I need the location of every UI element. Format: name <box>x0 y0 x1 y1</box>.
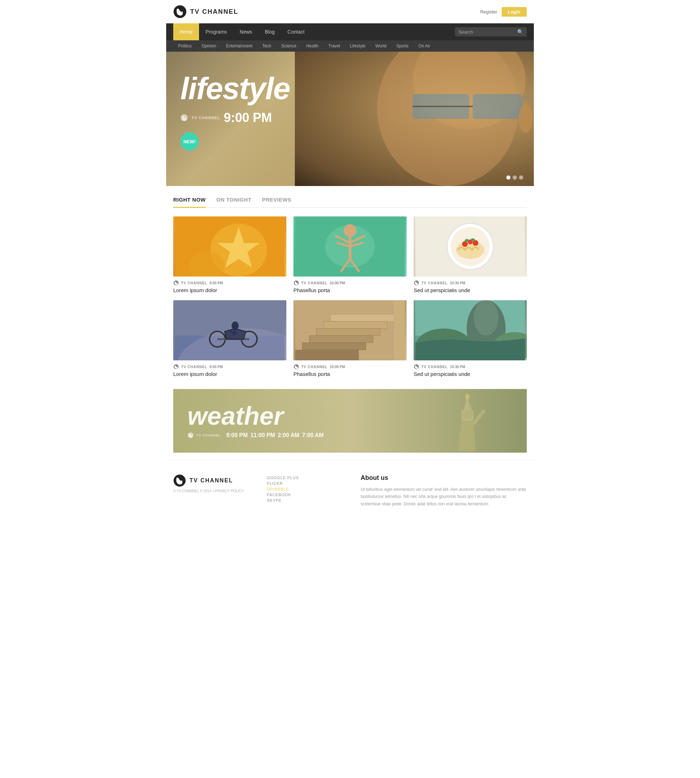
hero-time: 9:00 PM <box>224 110 272 125</box>
card-6-image[interactable] <box>413 300 527 361</box>
hero-dot-2[interactable] <box>513 175 517 180</box>
card-3-meta: TV CHANNEL 10:30 PM <box>413 280 527 286</box>
top-header: TV CHANNEL Register Login <box>166 0 534 23</box>
svg-rect-52 <box>302 343 366 350</box>
card-1-title: Lorem ipsum dolor <box>173 287 287 293</box>
footer-about-text: Ut telluribus eget elementum vel cursit'… <box>361 486 527 508</box>
subnav-health[interactable]: Health <box>301 40 323 52</box>
subnav-onair[interactable]: On Air <box>413 40 435 52</box>
nav-contact[interactable]: Contact <box>281 23 311 40</box>
footer-link-flickr[interactable]: FLICKR <box>267 481 350 486</box>
tab-on-tonight[interactable]: ON Tonight <box>217 197 252 208</box>
card-6-title: Sed ut perspiciatis unde <box>413 371 527 377</box>
main-nav: Home Programs News Blog Contact 🔍 <box>166 23 534 40</box>
card-1-channel-name: TV CHANNEL <box>181 281 207 285</box>
footer-link-skype[interactable]: SKYPE <box>267 498 350 503</box>
card-4-channel-name: TV CHANNEL <box>181 365 207 369</box>
footer-link-dribbble[interactable]: DRIBBBLE <box>267 487 350 491</box>
search-box: 🔍 <box>455 27 527 37</box>
card-5-channel-name: TV CHANNEL <box>301 365 327 369</box>
card-5-channel-icon <box>293 364 299 369</box>
card-5-image[interactable] <box>293 300 407 361</box>
card-1-meta: TV CHANNEL 9:00 PM <box>173 280 287 286</box>
weather-time-4: 7:00 AM <box>302 432 324 439</box>
nav-home[interactable]: Home <box>173 23 199 40</box>
register-link[interactable]: Register <box>480 9 497 15</box>
subnav-opinion[interactable]: Opinion <box>197 40 221 52</box>
svg-rect-49 <box>323 321 387 329</box>
tab-previews[interactable]: PREVIEWS <box>262 197 291 208</box>
footer-about: About us Ut telluribus eget elementum ve… <box>361 474 527 508</box>
search-input[interactable] <box>458 29 515 35</box>
hero-dots <box>506 175 523 180</box>
subnav-lifestyle[interactable]: Lifestyle <box>345 40 370 52</box>
nav-programs[interactable]: Programs <box>199 23 233 40</box>
subnav-science[interactable]: Science <box>276 40 301 52</box>
hero-title: lifestyle <box>180 73 290 104</box>
footer-about-title: About us <box>361 474 527 482</box>
nav-news[interactable]: News <box>233 23 258 40</box>
card-1-time: 9:00 PM <box>209 281 223 285</box>
card-3-image[interactable] <box>413 216 527 277</box>
logo-text: TV CHANNEL <box>190 8 238 15</box>
svg-rect-53 <box>295 350 359 361</box>
login-button[interactable]: Login <box>502 7 527 17</box>
hero-channel-logo-icon <box>180 114 188 122</box>
svg-rect-51 <box>309 336 373 343</box>
card-6-channel-icon <box>413 364 419 369</box>
subnav-politics[interactable]: Politics <box>173 40 197 52</box>
card-5-title: Phasellus porta <box>293 371 407 377</box>
weather-content: weather TV CHANNEL 9:00 PM 11:00 PM 2:00… <box>187 403 323 439</box>
weather-channel-logo-icon <box>187 432 194 439</box>
card-6-meta: TV CHANNEL 10:30 PM <box>413 364 527 369</box>
card-3-title: Sed ut perspiciatis unde <box>413 287 527 293</box>
subnav-world[interactable]: World <box>370 40 392 52</box>
card-1-channel-icon <box>173 280 179 286</box>
svg-line-7 <box>522 96 533 98</box>
card-2-time: 10:00 PM <box>330 281 345 285</box>
footer-link-googleplus[interactable]: GOOGLE PLUS <box>267 476 350 480</box>
card-5-meta: TV CHANNEL 10:00 PM <box>293 364 407 369</box>
footer-link-facebook[interactable]: FACEBOOK <box>267 493 350 497</box>
card-4: TV CHANNEL 9:00 PM Lorem ipsum dolor <box>173 300 287 377</box>
logo-icon <box>173 5 187 18</box>
footer-logo-text: TV CHANNEL <box>190 477 233 484</box>
nav-blog[interactable]: Blog <box>258 23 281 40</box>
new-badge: NEW! <box>180 132 199 151</box>
hero-meta: TV CHANNEL 9:00 PM <box>180 110 290 125</box>
footer-logo: TV CHANNEL <box>173 474 256 487</box>
subnav-travel[interactable]: Travel <box>323 40 345 52</box>
weather-channel-name: TV CHANNEL <box>197 434 221 437</box>
card-2-image[interactable] <box>293 216 407 277</box>
hero-background-art <box>295 52 534 186</box>
card-2: TV CHANNEL 10:00 PM Phasellus porta <box>293 216 407 293</box>
footer-copyright: © TV CHANNEL © 2014 • PRIVACY POLICY <box>173 489 256 493</box>
card-1-image[interactable] <box>173 216 287 277</box>
card-3-channel-icon <box>413 280 419 286</box>
card-4-channel-icon <box>173 364 179 369</box>
svg-point-73 <box>462 409 473 419</box>
svg-point-8 <box>518 105 533 133</box>
search-button[interactable]: 🔍 <box>517 29 523 35</box>
card-2-channel-name: TV CHANNEL <box>301 281 327 285</box>
subnav-sports[interactable]: Sports <box>392 40 413 52</box>
card-4-image[interactable] <box>173 300 287 361</box>
card-4-time: 9:00 PM <box>209 365 223 369</box>
card-6-time: 10:30 PM <box>450 365 465 369</box>
subnav-tech[interactable]: Tech <box>257 40 276 52</box>
tab-right-now[interactable]: RIGHT NOW <box>173 197 206 208</box>
subnav-entertainment[interactable]: Entertainment <box>221 40 257 52</box>
card-3-channel-name: TV CHANNEL <box>422 281 448 285</box>
svg-point-68 <box>465 394 470 400</box>
svg-point-43 <box>232 321 238 330</box>
svg-point-60 <box>474 300 498 336</box>
card-6-channel-name: TV CHANNEL <box>422 365 448 369</box>
hero-dot-3[interactable] <box>519 175 523 180</box>
weather-title: weather <box>187 403 323 429</box>
sub-nav: Politics Opinion Entertainment Tech Scie… <box>166 40 534 52</box>
card-3: TV CHANNEL 10:30 PM Sed ut perspiciatis … <box>413 216 527 293</box>
card-5-time: 10:00 PM <box>330 365 345 369</box>
logo-area: TV CHANNEL <box>173 5 238 18</box>
card-5: TV CHANNEL 10:00 PM Phasellus porta <box>293 300 407 377</box>
hero-dot-1[interactable] <box>506 175 510 180</box>
